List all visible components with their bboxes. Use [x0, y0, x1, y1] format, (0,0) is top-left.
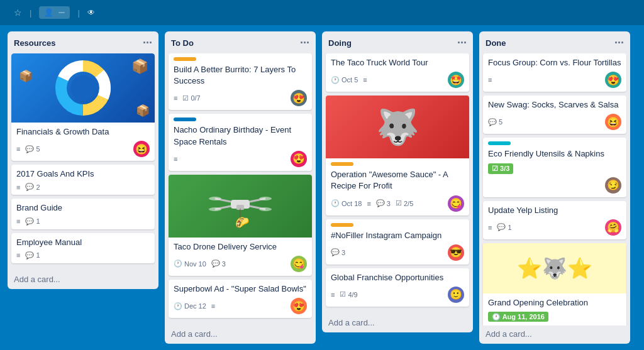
description-indicator: ≡ — [174, 155, 177, 163]
card-swag[interactable]: New Swag: Socks, Scarves & Salsa💬 5😆 — [483, 96, 626, 134]
checklist-indicator: ☑ 4/9 — [340, 290, 357, 298]
column-menu-icon[interactable]: ··· — [614, 36, 624, 50]
drone-image: 🌮 — [169, 175, 312, 238]
husky-image: 🐺 — [326, 96, 469, 158]
card-focus[interactable]: Focus Group: Corn vs. Flour Tortillas≡😍 — [483, 53, 626, 92]
card-body: Taco Drone Delivery Service🕐 Nov 10💬 3😋 — [169, 238, 312, 276]
comment-count: 💬 2 — [25, 183, 40, 191]
avatar: 😋 — [448, 195, 464, 212]
check-icon: ☑ — [340, 290, 346, 298]
card-meta: ≡💬 2 — [16, 183, 150, 191]
desc-icon: ≡ — [211, 302, 215, 310]
card-body: The Taco Truck World Tour🕐 Oct 5≡🤩 — [326, 53, 469, 92]
add-card-todo[interactable]: Add a card... — [165, 325, 316, 344]
card-burrito[interactable]: Build A Better Burrito: 7 Layers To Succ… — [169, 53, 312, 110]
card-awesome[interactable]: 🐺 Operation "Awesome Sauce" - A Recipe F… — [326, 96, 469, 215]
description-indicator: ≡ — [331, 291, 335, 298]
card-financials[interactable]: 📦 📦 📦 Financials & Growth Data≡💬 5😆 — [11, 53, 155, 161]
svg-point-13 — [259, 207, 272, 211]
card-title: Update Yelp Listing — [488, 205, 621, 216]
clock-icon: 🕐 — [174, 302, 182, 310]
card-title: 2017 Goals And KPIs — [16, 168, 150, 180]
avatar: 🤩 — [448, 72, 464, 88]
avatar: 😍 — [291, 298, 307, 314]
description-indicator: ≡ — [174, 94, 177, 102]
card-superbowl[interactable]: Superbowl Ad - "Super Salad Bowls"🕐 Dec … — [169, 280, 312, 318]
visibility-selector[interactable]: 👁 — [87, 8, 97, 17]
card-truck[interactable]: The Taco Truck World Tour🕐 Oct 5≡🤩 — [326, 53, 469, 92]
column-menu-icon[interactable]: ··· — [300, 36, 309, 50]
card-body: Grand Opening Celebration🕐 Aug 11, 2016 — [483, 293, 626, 325]
card-title: Eco Friendly Utensils & Napkins — [488, 148, 621, 160]
check-icon: ☑ — [396, 199, 402, 207]
column-resources: Resources ··· 📦 📦 📦 Financials & Growth … — [8, 31, 158, 289]
avatar: 🤗 — [605, 219, 621, 236]
avatar: 😋 — [291, 256, 307, 272]
board: Resources ··· 📦 📦 📦 Financials & Growth … — [0, 25, 644, 350]
desc-icon: ≡ — [16, 145, 20, 153]
card-title: Focus Group: Corn vs. Flour Tortillas — [488, 57, 621, 68]
column-cards: Focus Group: Corn vs. Flour Tortillas≡😍N… — [479, 53, 630, 325]
column-menu-icon[interactable]: ··· — [143, 36, 152, 50]
card-label — [488, 141, 511, 145]
org-icon: 👤 — [44, 8, 53, 17]
card-label — [174, 57, 196, 61]
clock-icon: 🕐 — [331, 199, 340, 207]
card-eco[interactable]: Eco Friendly Utensils & Napkins☑ 3/3😏 — [483, 138, 626, 197]
card-franchise[interactable]: Global Franchise Opportunities≡☑ 4/9🙂 — [326, 268, 469, 307]
card-title: Grand Opening Celebration — [488, 297, 621, 309]
column-menu-icon[interactable]: ··· — [457, 36, 467, 50]
card-title: #NoFiller Instagram Campaign — [331, 230, 464, 241]
card-grand[interactable]: ⭐🐺⭐ Grand Opening Celebration🕐 Aug 11, 2… — [483, 243, 626, 325]
card-meta: ≡💬 5😆 — [16, 141, 150, 157]
checklist-indicator: ☑ 0/7 — [182, 94, 200, 102]
description-indicator: ≡ — [488, 76, 492, 84]
comment-icon: 💬 — [25, 145, 34, 153]
card-title: Global Franchise Opportunities — [331, 272, 464, 283]
svg-text:🌮: 🌮 — [235, 216, 250, 229]
avatar: 🙂 — [448, 287, 464, 303]
star-icon[interactable]: ☆ — [14, 8, 22, 18]
card-body: Superbowl Ad - "Super Salad Bowls"🕐 Dec … — [169, 280, 312, 318]
svg-point-11 — [259, 197, 272, 200]
column-header-todo: To Do ··· — [165, 31, 316, 53]
card-drone[interactable]: 🌮 Taco Drone Delivery Service🕐 Nov 10💬 3… — [169, 175, 312, 276]
description-indicator: ≡ — [363, 76, 367, 84]
card-body: Brand Guide≡💬 1 — [11, 199, 155, 229]
card-title: Nacho Ordinary Birthday - Event Space Re… — [174, 124, 307, 147]
card-title: Taco Drone Delivery Service — [174, 241, 307, 253]
avatar: 😍 — [291, 90, 307, 106]
check-icon: ☑ — [182, 94, 189, 102]
add-card-doing[interactable]: Add a card... — [322, 314, 473, 332]
card-nofiller[interactable]: #NoFiller Instagram Campaign💬 3😎 — [326, 219, 469, 265]
card-body: Operation "Awesome Sauce" - A Recipe For… — [326, 158, 469, 215]
comment-count: 💬 3 — [331, 248, 345, 256]
avatar: 😏 — [605, 177, 621, 194]
card-title: Employee Manual — [16, 237, 150, 248]
comment-icon: 💬 — [331, 248, 340, 256]
comment-icon: 💬 — [488, 118, 497, 126]
free-badge — [58, 12, 65, 13]
org-switcher[interactable]: 👤 — [39, 6, 70, 19]
card-nacho[interactable]: Nacho Ordinary Birthday - Event Space Re… — [169, 114, 312, 170]
card-body: Update Yelp Listing≡💬 1🤗 — [483, 201, 626, 239]
avatar: 😍 — [291, 151, 307, 167]
visibility-icon: 👁 — [87, 8, 95, 17]
add-card-resources[interactable]: Add a card... — [8, 271, 158, 289]
card-employee[interactable]: Employee Manual≡💬 1 — [11, 233, 155, 263]
comment-icon: 💬 — [211, 260, 220, 268]
add-card-done[interactable]: Add a card... — [479, 325, 630, 344]
card-brand[interactable]: Brand Guide≡💬 1 — [11, 199, 155, 229]
column-todo: To Do ··· Build A Better Burrito: 7 Laye… — [165, 31, 316, 344]
card-label — [331, 223, 353, 227]
column-title: Doing — [328, 38, 352, 48]
card-title: Operation "Awesome Sauce" - A Recipe For… — [331, 169, 464, 192]
card-meta: ≡😍 — [488, 72, 621, 88]
card-goals[interactable]: 2017 Goals And KPIs≡💬 2 — [11, 165, 155, 195]
card-meta: ≡💬 1🤗 — [488, 219, 621, 236]
column-header-doing: Doing ··· — [322, 31, 473, 53]
comment-count: 💬 5 — [25, 145, 40, 153]
card-body: Focus Group: Corn vs. Flour Tortillas≡😍 — [483, 53, 626, 92]
card-title: The Taco Truck World Tour — [331, 57, 464, 68]
card-yelp[interactable]: Update Yelp Listing≡💬 1🤗 — [483, 201, 626, 239]
